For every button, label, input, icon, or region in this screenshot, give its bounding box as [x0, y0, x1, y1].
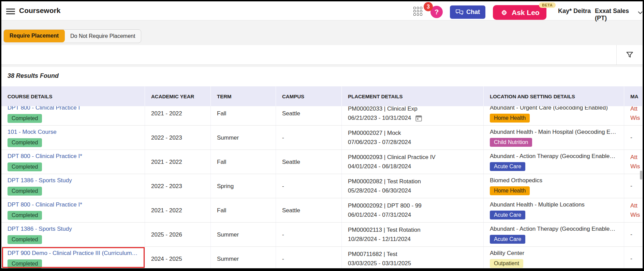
setting-badge: Acute Care [490, 162, 525, 171]
column-header-academic-year: ACADEMIC YEAR [145, 86, 211, 106]
column-header-term: TERM [211, 86, 276, 106]
academic-year-cell: 2022 - 2023 [145, 174, 211, 198]
setting-badge: Home Health [490, 186, 530, 195]
column-header-location-and-setting-details: LOCATION AND SETTING DETAILS [484, 86, 624, 106]
column-header-ma: MA [624, 86, 643, 106]
course-link[interactable]: DPT 1386 - Sports Study [8, 177, 72, 184]
campus-cell: Seattle [276, 198, 342, 223]
ma-cell: AttWis [624, 150, 643, 174]
setting-badge: Child Nutrition [490, 138, 532, 147]
table-row: DPT 800 - Clinical Practice I* Completed… [1, 198, 643, 223]
placement-dates: 07/06/2023 - 07/28/2024 [348, 139, 411, 146]
ask-leo-button[interactable]: Ask Leo [493, 5, 546, 20]
course-link[interactable]: DPT 1386 - Sports Study [8, 226, 72, 232]
ma-value: AttWis [630, 106, 640, 123]
location-name: Abundant - Action Therapy (Geocoding Ena… [490, 226, 615, 232]
ask-leo-label: Ask Leo [512, 9, 540, 17]
course-details-cell: DPT 800 - Clinical Practice I* Completed [1, 198, 145, 223]
placement-details-cell: PM00002082 | Test Rotation 05/28/2024 - … [342, 174, 484, 198]
location-name: Ability Center [490, 250, 524, 257]
ma-value: AttWis [630, 201, 640, 219]
location-setting-cell: Abundant - Urgent Care (Geocoding Enable… [484, 106, 624, 126]
placement-ref: PM00002027 | Mock [348, 130, 401, 137]
placement-details-cell: PM00711682 | Test 03/03/2025 - 03/31/202… [342, 247, 484, 268]
table-header: COURSE DETAILSACADEMIC YEARTERMCAMPUSPLA… [1, 86, 643, 106]
menu-icon[interactable] [6, 7, 15, 15]
apps-grid-icon[interactable] [413, 7, 422, 16]
course-link[interactable]: DPT 800 - Clinical Practice I* [8, 201, 82, 208]
status-badge: Completed [8, 259, 42, 268]
location-name: Biomed Orthopedics [490, 177, 542, 184]
table-body: DPT 800 - Clinical Practice I Completed … [1, 106, 643, 268]
ma-cell: AttWis [624, 198, 643, 223]
academic-year-cell: 2024 - 2025 [145, 247, 211, 268]
status-badge: Completed [8, 211, 42, 220]
course-link[interactable]: 101 - Mock Course [8, 129, 57, 136]
course-details-cell: DPT 800 - Clinical Practice I Completed [1, 106, 145, 126]
term-cell: Fall [211, 106, 276, 126]
ma-value: AttWis [630, 153, 640, 171]
chevron-down-icon[interactable] [638, 10, 643, 16]
tab-do-not-require-placement[interactable]: Do Not Require Placement [64, 30, 141, 43]
ask-leo-icon [500, 8, 509, 17]
ma-cell: - [624, 126, 643, 150]
filter-funnel-icon [625, 51, 634, 59]
location-setting-cell: Abundant - Action Therapy (Geocoding Ena… [484, 223, 624, 247]
location-setting-cell: Biomed Orthopedics Home Health [484, 174, 624, 198]
placement-dates: 06/21/2023 - 10/31/2024 [348, 115, 411, 122]
location-setting-cell: Abundant - Action Therapy (Geocoding Ena… [484, 150, 624, 174]
vertical-scrollbar-thumb[interactable] [640, 171, 642, 180]
campus-cell: - [276, 174, 342, 198]
ma-cell: - [624, 223, 643, 247]
course-details-cell: DPT 800 - Clinical Practice I* Completed [1, 150, 145, 174]
campus-cell: - [276, 126, 342, 150]
campus-cell: - [276, 223, 342, 247]
results-panel: 38 Results Found COURSE DETAILSACADEMIC … [1, 67, 643, 268]
term-cell: Fall [211, 198, 276, 223]
placement-ref: PM00002033 | Clinical Exp [348, 106, 418, 112]
term-cell: Summer [211, 223, 276, 247]
setting-badge: Acute Care [490, 235, 525, 244]
placement-details-cell: PM00002027 | Mock 07/06/2023 - 07/28/202… [342, 126, 484, 150]
chat-button[interactable]: Chat [450, 5, 485, 19]
course-link[interactable]: DPT 800 - Clinical Practice I [8, 106, 80, 111]
user-name[interactable]: Kay* Deitra [558, 8, 591, 15]
placement-details-cell: PM00002093 | Clinical Practice IV 04/01/… [342, 150, 484, 174]
chat-icon [455, 9, 464, 16]
placement-ref: PM00002082 | Test Rotation [348, 178, 421, 185]
placement-dates: 06/01/2024 - 07/31/2024 [348, 212, 411, 218]
ma-cell: AttWis [624, 106, 643, 126]
notification-badge[interactable]: 3 [424, 2, 433, 11]
filter-bar [1, 45, 643, 65]
placement-details-cell: PM00002092 | DPT 800 - 99 06/01/2024 - 0… [342, 198, 484, 223]
filter-button[interactable] [616, 45, 643, 65]
tab-require-placement[interactable]: Require Placement [3, 29, 65, 42]
academic-year-cell: 2025 - 2026 [145, 223, 211, 247]
page-title: Coursework [19, 6, 60, 15]
beta-badge: BETA [539, 2, 556, 8]
campus-cell: Seattle [276, 106, 342, 126]
account-name[interactable]: Exxat Sales (PT) [595, 8, 643, 22]
status-badge: Completed [8, 138, 42, 147]
calendar-icon[interactable] [415, 115, 422, 122]
placement-dates: 04/01/2024 - 06/18/2024 [348, 163, 411, 170]
academic-year-cell: 2022 - 2023 [145, 126, 211, 150]
column-header-campus: CAMPUS [276, 86, 342, 106]
ma-value: - [630, 133, 632, 142]
table-row: DPT 800 - Clinical Practice I Completed … [1, 106, 643, 126]
column-header-placement-details: PLACEMENT DETAILS [342, 86, 484, 106]
course-link[interactable]: DPT 800 - Clinical Practice I* [8, 153, 82, 160]
table-row: DPT 1386 - Sports Study Completed 2025 -… [1, 223, 643, 247]
term-cell: Summer [211, 247, 276, 268]
placement-ref: PM00002093 | Clinical Practice IV [348, 154, 436, 161]
setting-badge: Outpatient [490, 259, 523, 268]
setting-badge: Home Health [490, 114, 530, 123]
ma-value: - [630, 182, 632, 190]
placement-tabs: Require PlacementDo Not Require Placemen… [3, 29, 141, 43]
term-cell: Spring [211, 174, 276, 198]
course-link[interactable]: DPT 900 Demo - Clinical Practice III (Cu… [8, 250, 137, 257]
placement-ref: PM00711682 | Test [348, 251, 397, 258]
column-header-course-details: COURSE DETAILS [1, 86, 145, 106]
chat-label: Chat [466, 9, 480, 16]
location-name: Abundant Health - Multiple Locations [490, 201, 585, 208]
